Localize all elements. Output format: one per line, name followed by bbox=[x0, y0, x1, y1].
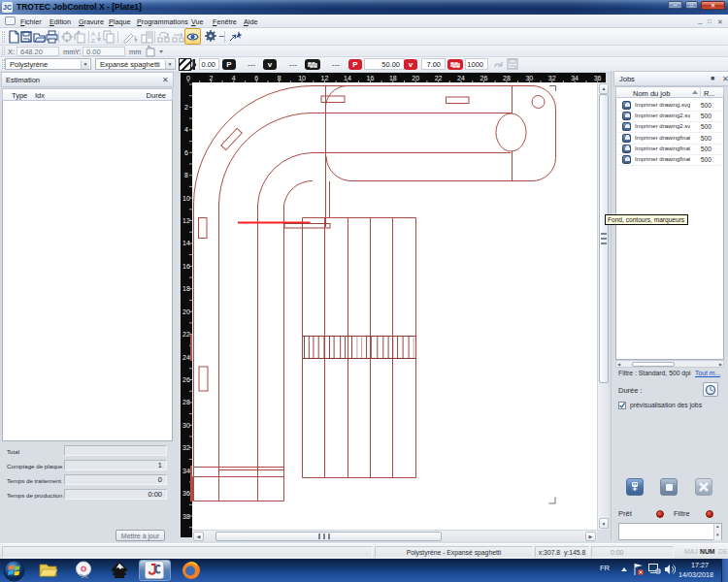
svg-text:8: 8 bbox=[278, 75, 281, 81]
svg-text:36: 36 bbox=[182, 490, 190, 497]
svg-text:32: 32 bbox=[548, 75, 556, 81]
svg-text:24: 24 bbox=[457, 75, 465, 81]
svg-text:A: A bbox=[91, 31, 95, 37]
svg-text:20: 20 bbox=[412, 75, 419, 81]
svg-text:10: 10 bbox=[298, 75, 306, 81]
svg-text:30: 30 bbox=[182, 422, 190, 429]
svg-text:34: 34 bbox=[571, 75, 579, 81]
svg-text:32: 32 bbox=[182, 444, 190, 451]
svg-text:6: 6 bbox=[254, 75, 258, 81]
svg-text:24: 24 bbox=[182, 354, 190, 361]
svg-text:Z: Z bbox=[91, 38, 95, 44]
svg-text:28: 28 bbox=[182, 399, 190, 405]
svg-text:14: 14 bbox=[344, 75, 351, 81]
svg-text:22: 22 bbox=[435, 75, 443, 81]
svg-text:6: 6 bbox=[184, 149, 188, 156]
svg-text:26: 26 bbox=[480, 75, 488, 81]
svg-text:2: 2 bbox=[184, 104, 188, 111]
svg-text:26: 26 bbox=[182, 376, 190, 383]
svg-text:38: 38 bbox=[182, 513, 190, 520]
svg-text:30: 30 bbox=[525, 75, 533, 81]
svg-text:4: 4 bbox=[232, 75, 236, 81]
svg-text:8: 8 bbox=[184, 172, 188, 178]
svg-text:36: 36 bbox=[594, 75, 602, 81]
svg-text:4: 4 bbox=[184, 126, 188, 133]
svg-text:22: 22 bbox=[182, 331, 190, 338]
svg-text:20: 20 bbox=[182, 308, 190, 315]
svg-text:28: 28 bbox=[503, 75, 511, 81]
svg-text:16: 16 bbox=[367, 75, 375, 81]
svg-text:12: 12 bbox=[321, 75, 329, 81]
svg-text:18: 18 bbox=[182, 285, 190, 292]
svg-text:0: 0 bbox=[186, 75, 190, 81]
svg-text:18: 18 bbox=[389, 75, 397, 81]
svg-text:2: 2 bbox=[209, 75, 213, 81]
svg-text:12: 12 bbox=[182, 217, 190, 224]
svg-text:10: 10 bbox=[182, 195, 190, 202]
svg-text:14: 14 bbox=[182, 240, 190, 246]
svg-text:34: 34 bbox=[182, 468, 190, 474]
svg-text:16: 16 bbox=[182, 263, 190, 270]
